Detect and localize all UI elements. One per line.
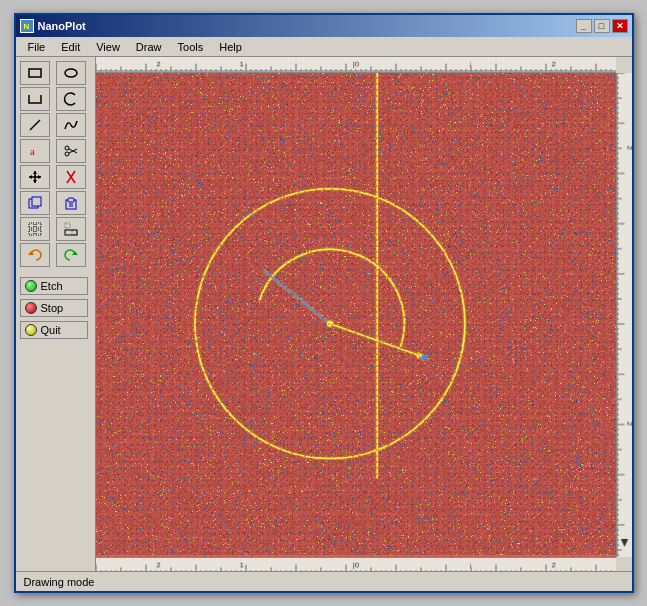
svg-marker-10 bbox=[33, 171, 37, 174]
svg-rect-0 bbox=[29, 69, 41, 77]
svg-point-5 bbox=[65, 152, 69, 156]
main-window: N NanoPlot _ □ ✕ File Edit View Draw Too… bbox=[14, 13, 634, 593]
menu-bar: File Edit View Draw Tools Help bbox=[16, 37, 632, 57]
rectangle-tool[interactable] bbox=[20, 61, 50, 85]
menu-edit[interactable]: Edit bbox=[53, 39, 88, 55]
status-text: Drawing mode bbox=[24, 576, 95, 588]
ruler-right bbox=[616, 73, 632, 557]
svg-text:a: a bbox=[30, 145, 35, 157]
svg-rect-23 bbox=[36, 230, 41, 235]
maximize-button[interactable]: □ bbox=[594, 19, 610, 33]
curve-tool[interactable] bbox=[56, 113, 86, 137]
quit-button[interactable]: Quit bbox=[20, 321, 88, 339]
scissors-tool[interactable] bbox=[56, 139, 86, 163]
svg-line-2 bbox=[30, 120, 40, 130]
svg-rect-24 bbox=[65, 223, 70, 228]
group-tool[interactable] bbox=[20, 217, 50, 241]
menu-draw[interactable]: Draw bbox=[128, 39, 170, 55]
svg-rect-15 bbox=[32, 197, 41, 206]
minimize-button[interactable]: _ bbox=[576, 19, 592, 33]
ellipse-tool[interactable] bbox=[56, 61, 86, 85]
text-tool[interactable]: a bbox=[20, 139, 50, 163]
svg-rect-25 bbox=[72, 230, 77, 235]
menu-file[interactable]: File bbox=[20, 39, 54, 55]
status-bar: Drawing mode bbox=[16, 571, 632, 591]
title-bar-left: N NanoPlot bbox=[20, 19, 86, 33]
quit-label: Quit bbox=[41, 324, 61, 336]
cut-tool[interactable] bbox=[56, 165, 86, 189]
svg-rect-26 bbox=[65, 230, 77, 235]
svg-rect-17 bbox=[68, 198, 74, 202]
svg-marker-13 bbox=[38, 175, 41, 179]
redo-tool[interactable] bbox=[56, 243, 86, 267]
line-tool[interactable] bbox=[20, 113, 50, 137]
menu-help[interactable]: Help bbox=[211, 39, 250, 55]
etch-label: Etch bbox=[41, 280, 63, 292]
paste-tool[interactable] bbox=[56, 191, 86, 215]
menu-tools[interactable]: Tools bbox=[170, 39, 212, 55]
etch-led bbox=[25, 280, 37, 292]
menu-view[interactable]: View bbox=[88, 39, 128, 55]
window-controls: _ □ ✕ bbox=[576, 19, 628, 33]
svg-point-1 bbox=[65, 69, 77, 77]
stop-button[interactable]: Stop bbox=[20, 299, 88, 317]
svg-marker-12 bbox=[29, 175, 32, 179]
close-button[interactable]: ✕ bbox=[612, 19, 628, 33]
undo-tool[interactable] bbox=[20, 243, 50, 267]
quit-led bbox=[25, 324, 37, 336]
action-buttons: Etch Stop Quit bbox=[20, 277, 91, 339]
move-tool[interactable] bbox=[20, 165, 50, 189]
ruler-top bbox=[96, 57, 616, 73]
stop-led bbox=[25, 302, 37, 314]
etch-button[interactable]: Etch bbox=[20, 277, 88, 295]
ruler-bottom bbox=[96, 557, 616, 571]
toolbar: a bbox=[16, 57, 96, 571]
tool-grid: a bbox=[20, 61, 91, 267]
svg-rect-22 bbox=[29, 230, 34, 235]
svg-point-4 bbox=[65, 146, 69, 150]
c-arc-tool[interactable] bbox=[56, 87, 86, 111]
canvas-row bbox=[96, 73, 632, 557]
title-bar: N NanoPlot _ □ ✕ bbox=[16, 15, 632, 37]
svg-rect-21 bbox=[36, 223, 41, 228]
svg-rect-20 bbox=[29, 223, 34, 228]
stop-label: Stop bbox=[41, 302, 64, 314]
app-icon: N bbox=[20, 19, 34, 33]
window-title: NanoPlot bbox=[38, 20, 86, 32]
drawing-canvas[interactable] bbox=[96, 73, 616, 557]
canvas-area bbox=[96, 57, 632, 571]
copy-tool[interactable] bbox=[20, 191, 50, 215]
ungroup-tool[interactable] bbox=[56, 217, 86, 241]
open-rect-tool[interactable] bbox=[20, 87, 50, 111]
main-area: a bbox=[16, 57, 632, 571]
svg-marker-11 bbox=[33, 180, 37, 183]
